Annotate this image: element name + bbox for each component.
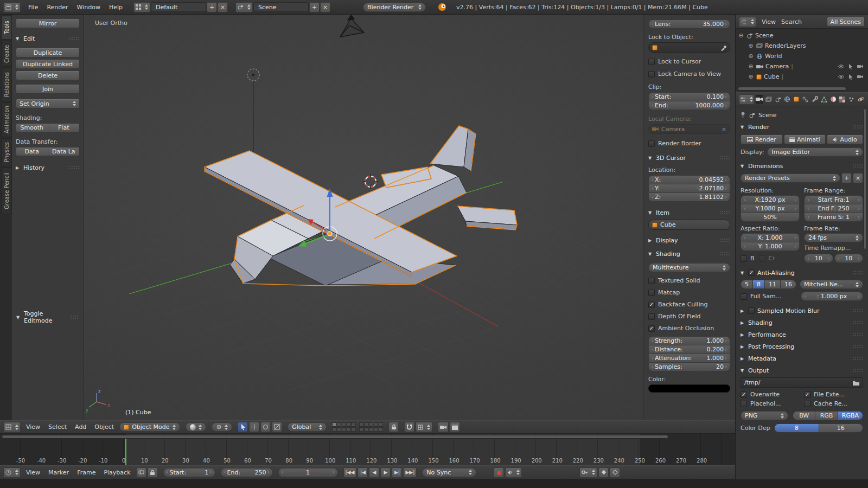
ao-samples-field[interactable]: ‹ Samples: 20 › (648, 362, 730, 371)
add-layout-button[interactable]: + (207, 2, 217, 12)
menu-timeline-view[interactable]: View (26, 469, 40, 476)
ao-attenuation-field[interactable]: ‹ Attenuation: 1.000 › (648, 354, 730, 363)
add-scene-button[interactable]: + (309, 2, 320, 12)
panel-grip-handle[interactable] (852, 344, 863, 349)
render-restrict-camera-icon[interactable] (857, 74, 864, 79)
sync-mode-dropdown[interactable]: No Sync (422, 468, 476, 477)
tab-render[interactable] (756, 95, 763, 104)
jump-next-keyframe-button[interactable]: ▶| (392, 467, 402, 478)
editor-type-selector-timeline[interactable] (3, 467, 21, 478)
ambient-occlusion-checkbox[interactable]: ✓ (648, 325, 655, 332)
menu-timeline-frame[interactable]: Frame (77, 469, 95, 476)
snap-toggle-button[interactable] (404, 422, 414, 432)
lock-to-cursor-checkbox[interactable] (648, 59, 655, 65)
border-row[interactable]: B (741, 255, 755, 262)
tab-constraints[interactable] (802, 95, 809, 104)
menu-object[interactable]: Object (94, 423, 114, 431)
ao-distance-field[interactable]: ‹ Distance: 0.200 › (648, 345, 730, 354)
full-sample-checkbox[interactable] (741, 293, 747, 300)
panel-grip-handle[interactable] (852, 164, 863, 169)
aspect-y-field[interactable]: ‹Y: 1.000› (741, 242, 800, 251)
file-extensions-row[interactable]: ✓File Exte... (804, 391, 863, 398)
render-restrict-camera-icon[interactable] (857, 64, 864, 69)
edit-panel-header[interactable]: ▼ Edit (16, 35, 80, 42)
aa-samples-16-button[interactable]: 16 (781, 280, 796, 289)
timeline-horizontal-scrollbar[interactable] (2, 435, 668, 439)
panel-grip-handle[interactable] (852, 320, 863, 325)
cache-result-checkbox[interactable] (804, 401, 810, 407)
pivot-point-dropdown[interactable] (212, 422, 232, 432)
manipulator-toggle-button[interactable] (238, 422, 248, 432)
panel-grip-handle[interactable] (852, 271, 863, 275)
clip-end-field[interactable]: ‹ End: 1000.000 › (648, 101, 730, 110)
file-extensions-checkbox[interactable]: ✓ (804, 391, 810, 398)
overwrite-checkbox[interactable]: ✓ (741, 391, 747, 398)
performance-panel-header[interactable]: ▶ Performance (741, 329, 863, 340)
outliner-row-scene[interactable]: ⊖ Scene (738, 30, 866, 41)
play-reverse-button[interactable]: ◀ (369, 467, 379, 478)
output-path-field[interactable]: /tmp/ (741, 377, 863, 388)
full-sample-row[interactable]: Full Sam... (741, 293, 796, 300)
outliner-scope-dropdown[interactable]: All Scenes (827, 17, 865, 27)
delete-scene-button[interactable]: × (320, 2, 330, 12)
placeholders-checkbox[interactable] (741, 401, 747, 407)
remap-new-field[interactable]: ‹10› (834, 254, 864, 263)
panel-grip-handle[interactable] (852, 125, 863, 130)
panel-grip-handle[interactable] (852, 332, 863, 337)
layers-group-2[interactable] (359, 422, 383, 432)
tab-texture[interactable] (839, 95, 846, 104)
frame-start-field-timeline[interactable]: ‹ Start: 1 › (163, 468, 215, 477)
border-checkbox[interactable] (741, 255, 747, 262)
panel-grip-handle[interactable] (69, 165, 80, 170)
duplicate-button[interactable]: Duplicate (16, 48, 80, 57)
current-frame-field[interactable]: ‹ 1 › (278, 468, 338, 477)
aa-filter-dropdown[interactable]: Mitchell-Ne... (800, 280, 863, 289)
ao-strength-field[interactable]: ‹ Strength: 1.000 › (648, 336, 730, 345)
crop-checkbox[interactable] (759, 255, 765, 262)
backface-culling-row[interactable]: ✓ Backface Culling (648, 301, 730, 308)
3d-cursor[interactable] (363, 174, 378, 189)
panel-grip-handle[interactable] (719, 252, 730, 256)
insert-keyframe-button[interactable] (598, 467, 609, 478)
delete-layout-button[interactable]: × (218, 2, 228, 12)
flat-button[interactable]: Flat (48, 123, 80, 132)
lock-camera-to-view-row[interactable]: Lock Camera to View (648, 70, 730, 78)
camera-object[interactable] (340, 15, 364, 37)
properties-scrollbar[interactable] (863, 108, 867, 249)
eye-icon[interactable] (838, 64, 845, 69)
outliner-row-camera[interactable]: ⊕ Camera | (738, 61, 866, 72)
menu-help[interactable]: Help (109, 4, 123, 11)
3d-cursor-panel-header[interactable]: ▼ 3D Cursor (648, 155, 730, 162)
delete-keyframe-button[interactable] (610, 467, 620, 478)
backface-culling-checkbox[interactable]: ✓ (648, 301, 655, 308)
motion-blur-panel-header[interactable]: ▶ Sampled Motion Blur (741, 305, 863, 316)
panel-grip-handle[interactable] (719, 156, 730, 160)
panel-grip-handle[interactable] (852, 368, 863, 373)
expand-icon[interactable]: ⊕ (748, 63, 754, 70)
toolshelf-tab-tools[interactable]: Tools (1, 16, 12, 40)
aa-samples-11-button[interactable]: 11 (765, 280, 781, 289)
selectable-arrow-icon[interactable] (848, 64, 853, 69)
clip-start-field[interactable]: ‹ Start: 0.100 › (648, 92, 730, 101)
motion-blur-checkbox[interactable] (748, 307, 755, 314)
lock-camera-to-view-checkbox[interactable] (648, 71, 655, 78)
jump-prev-keyframe-button[interactable]: |◀ (358, 467, 368, 478)
tab-modifiers[interactable] (811, 95, 819, 104)
toolshelf-tab-grease-pencil[interactable]: Grease Pencil (1, 168, 12, 214)
eye-icon[interactable] (838, 74, 845, 79)
delete-button[interactable]: Delete (16, 70, 80, 80)
overwrite-row[interactable]: ✓Overwrite (741, 391, 800, 398)
aa-samples-8-button[interactable]: 8 (753, 280, 765, 289)
tab-material[interactable] (829, 95, 837, 104)
clear-icon[interactable]: × (722, 126, 726, 133)
auto-keyframe-record-button[interactable]: ● (494, 467, 504, 478)
aa-filter-size-field[interactable]: ‹: 1.000 px› (801, 292, 863, 301)
join-button[interactable]: Join (16, 84, 80, 94)
snap-element-dropdown[interactable] (416, 422, 432, 432)
lock-time-cursor-button[interactable] (148, 467, 158, 478)
remap-old-field[interactable]: ‹10› (804, 254, 833, 263)
expand-icon[interactable]: ⊕ (748, 53, 754, 60)
post-processing-panel-header[interactable]: ▶ Post Processing (741, 341, 863, 352)
smooth-button[interactable]: Smooth (16, 123, 48, 132)
outliner-row-cube[interactable]: ⊕ Cube | (738, 72, 866, 82)
